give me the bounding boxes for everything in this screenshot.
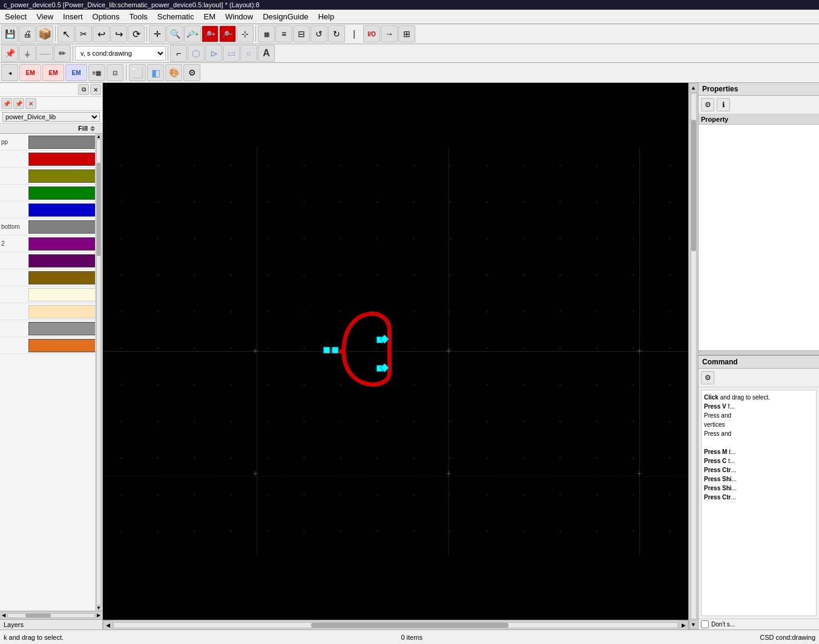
menu-window[interactable]: Window (220, 11, 258, 22)
command-text-area: Click and drag to select. Press V f... P… (701, 390, 817, 617)
right-panel-bottom: Don't s... (699, 619, 819, 629)
layer-scroll-up[interactable]: ▲ (95, 134, 102, 139)
insert-component-btn[interactable]: 📦 (36, 25, 53, 42)
canvas-scroll-up-btn[interactable]: ▲ (689, 83, 699, 93)
cmd-line-10: Press Shi... (704, 475, 814, 484)
text-btn[interactable]: A (258, 45, 275, 62)
layer-fill-blue[interactable] (28, 203, 101, 217)
3d-cube-btn[interactable]: ◧ (147, 64, 164, 81)
em-layers-btn[interactable]: ≡▦ (88, 64, 105, 81)
color-palette-btn[interactable]: 🎨 (165, 64, 182, 81)
layer-scroll-down[interactable]: ▼ (95, 605, 102, 611)
pin-btn[interactable]: 📌 (1, 45, 18, 62)
save-btn[interactable]: 💾 (1, 25, 18, 42)
zoom-out-btn[interactable]: ⊹ (237, 25, 254, 42)
refresh-btn[interactable]: ↺ (311, 25, 327, 42)
layer-fill-darkpurple[interactable] (28, 254, 101, 268)
properties-info-icon[interactable]: ℹ (717, 98, 730, 111)
pin3-btn[interactable]: ✕ (25, 98, 36, 109)
canvas-scroll-left-btn[interactable]: ◀ (103, 620, 113, 630)
move-btn[interactable]: ✛ (149, 25, 166, 42)
menu-tools[interactable]: Tools (124, 11, 152, 22)
snap-btn[interactable]: ▦ (258, 25, 275, 42)
zoom-sub-btn[interactable]: 🔎− (219, 25, 236, 42)
gnd-btn[interactable]: ⏚ (19, 45, 36, 62)
pin1-btn[interactable]: 📌 (1, 98, 12, 109)
menu-em[interactable]: EM (199, 11, 220, 22)
menu-options[interactable]: Options (88, 11, 125, 22)
rect-btn[interactable]: ▭ (223, 45, 240, 62)
pin2-btn[interactable]: 📌 (13, 98, 24, 109)
close-panel-btn[interactable]: ✕ (90, 84, 101, 95)
layer-fill-purple[interactable] (28, 237, 101, 251)
zoom-in-btn[interactable]: 🔎+ (184, 25, 201, 42)
canvas-vscroll-track[interactable] (691, 93, 697, 619)
redo-btn[interactable]: ↪ (110, 25, 127, 42)
arrow-btn2[interactable]: ⊳ (205, 45, 222, 62)
gear-settings-btn[interactable]: ⚙ (183, 64, 200, 81)
extra-btn[interactable]: ⊞ (398, 25, 415, 42)
em-sim-btn[interactable]: EM (19, 64, 41, 81)
layer-fill-midgray[interactable] (28, 322, 101, 335)
arrow-btn1[interactable]: ⬡ (188, 45, 205, 62)
em-port-btn[interactable]: ⊡ (107, 64, 123, 81)
layer-fill-pp[interactable] (28, 136, 101, 149)
sep4 (73, 45, 73, 61)
layer-btn2[interactable]: ⊟ (293, 25, 310, 42)
em-opt-btn[interactable]: EM (42, 64, 64, 81)
circle-btn[interactable]: ○ (240, 45, 257, 62)
menu-help[interactable]: Help (313, 11, 339, 22)
canvas-hscroll-track[interactable] (113, 622, 678, 628)
zoom-fit-btn[interactable]: 🔍 (166, 25, 183, 42)
cmd-line-12: Press Ctr... (704, 493, 814, 502)
cmd-line-1: Click and drag to select. (704, 393, 814, 402)
layer-scroll-right[interactable]: ▶ (95, 613, 102, 618)
canvas-vscroll-thumb[interactable] (691, 120, 696, 251)
main-content: ⧉ ✕ 📌 📌 ✕ power_Divice_lib Fill ▲ (0, 83, 819, 629)
undo-btn[interactable]: ↩ (93, 25, 110, 42)
layer-fill-peach[interactable] (28, 305, 101, 318)
3d-box-btn[interactable]: ⬜ (129, 64, 146, 81)
print-btn[interactable]: 🖨 (19, 25, 36, 42)
layer-fill-orange[interactable] (28, 339, 101, 352)
layer-fill-cream[interactable] (28, 288, 101, 301)
dont-show-checkbox[interactable] (701, 620, 709, 628)
cut-btn[interactable]: ✂ (75, 25, 92, 42)
menu-select[interactable]: Select (0, 11, 31, 22)
list-item: bottom (0, 218, 102, 235)
properties-gear-icon[interactable]: ⚙ (701, 98, 714, 111)
layer-fill-red[interactable] (28, 153, 101, 166)
canvas-scroll-right-btn[interactable]: ▶ (679, 620, 688, 630)
layer-scroll-left[interactable]: ◀ (0, 613, 7, 618)
arrow-right-btn[interactable]: → (381, 25, 398, 42)
layer-btn1[interactable]: ≡ (275, 25, 292, 42)
menu-insert[interactable]: Insert (58, 11, 88, 22)
restore-window-btn[interactable]: ⧉ (78, 84, 89, 95)
pointer-btn[interactable]: ↖ (58, 25, 74, 42)
collapse-btn[interactable]: ◂ (1, 64, 18, 81)
properties-icons: ⚙ ℹ (699, 96, 819, 114)
command-gear-icon[interactable]: ⚙ (701, 371, 714, 384)
canvas-area[interactable]: + + + + + + (103, 83, 688, 620)
layer-fill-brown[interactable] (28, 271, 101, 284)
canvas-scroll-down-btn[interactable]: ▼ (689, 620, 699, 629)
canvas-hscroll-thumb[interactable] (311, 623, 508, 628)
layer-dropdown[interactable]: v, s cond:drawing (75, 46, 166, 61)
menu-schematic[interactable]: Schematic (153, 11, 199, 22)
layer-fill-olive[interactable] (28, 169, 101, 183)
layer-fill-bottom[interactable] (28, 220, 101, 234)
wire-draw-btn[interactable]: — (36, 45, 53, 62)
layers-footer: Layers (0, 619, 102, 629)
pencil-btn[interactable]: ✏ (54, 45, 71, 62)
corner-btn[interactable]: ⌐ (170, 45, 187, 62)
zoom-add-btn[interactable]: 🔎+ (202, 25, 219, 42)
em-setup-btn[interactable]: EM (65, 64, 87, 81)
layer-fill-green[interactable] (28, 186, 101, 200)
em-icon-btn[interactable]: I/O (363, 25, 380, 42)
rotate-btn[interactable]: ↻ (328, 25, 345, 42)
redo2-btn[interactable]: ⟳ (128, 25, 145, 42)
menu-designguide[interactable]: DesignGuide (258, 11, 313, 22)
library-dropdown[interactable]: power_Divice_lib (2, 112, 100, 122)
canvas-inner: + + + + + + (103, 83, 688, 629)
menu-view[interactable]: View (31, 11, 58, 22)
